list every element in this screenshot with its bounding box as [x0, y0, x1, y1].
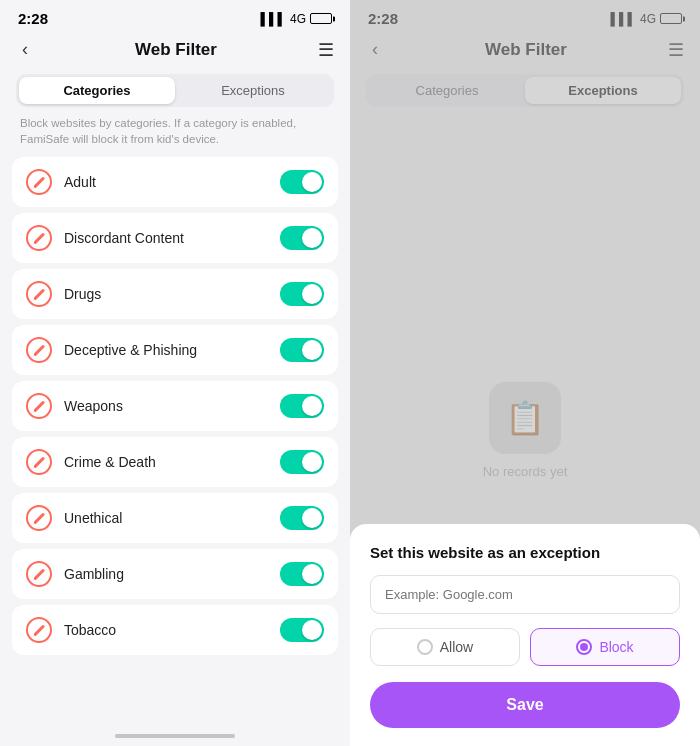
website-input[interactable] — [370, 575, 680, 614]
left-categories-list: AdultDiscordant ContentDrugsDeceptive & … — [0, 157, 350, 728]
block-option[interactable]: Block — [530, 628, 680, 666]
category-label: Deceptive & Phishing — [64, 342, 280, 358]
bottom-sheet: Set this website as an exception Allow B… — [350, 524, 700, 746]
block-icon — [26, 505, 52, 531]
left-status-bar: 2:28 ▌▌▌ 4G — [0, 0, 350, 31]
category-toggle[interactable] — [280, 562, 324, 586]
save-button[interactable]: Save — [370, 682, 680, 728]
category-item: Adult — [12, 157, 338, 207]
left-description: Block websites by categories. If a categ… — [0, 115, 350, 157]
network-type-label: 4G — [290, 12, 306, 26]
left-home-indicator — [115, 734, 235, 738]
battery-icon — [310, 13, 332, 24]
allow-option[interactable]: Allow — [370, 628, 520, 666]
category-label: Crime & Death — [64, 454, 280, 470]
category-label: Adult — [64, 174, 280, 190]
category-item: Crime & Death — [12, 437, 338, 487]
category-toggle[interactable] — [280, 282, 324, 306]
right-phone-panel: 2:28 ▌▌▌ 4G ‹ Web Filter ☰ Categories Ex… — [350, 0, 700, 746]
block-icon — [26, 337, 52, 363]
left-nav-bar: ‹ Web Filter ☰ — [0, 31, 350, 70]
category-toggle[interactable] — [280, 338, 324, 362]
category-item: Unethical — [12, 493, 338, 543]
category-label: Gambling — [64, 566, 280, 582]
left-tab-exceptions[interactable]: Exceptions — [175, 77, 331, 104]
category-item: Gambling — [12, 549, 338, 599]
bottom-sheet-title: Set this website as an exception — [370, 544, 680, 561]
category-item: Weapons — [12, 381, 338, 431]
category-item: Deceptive & Phishing — [12, 325, 338, 375]
category-toggle[interactable] — [280, 618, 324, 642]
category-item: Drugs — [12, 269, 338, 319]
category-toggle[interactable] — [280, 394, 324, 418]
block-icon — [26, 281, 52, 307]
category-toggle[interactable] — [280, 170, 324, 194]
block-icon — [26, 225, 52, 251]
block-icon — [26, 169, 52, 195]
category-label: Tobacco — [64, 622, 280, 638]
left-status-icons: ▌▌▌ 4G — [260, 12, 332, 26]
block-label: Block — [599, 639, 633, 655]
category-label: Discordant Content — [64, 230, 280, 246]
category-item: Tobacco — [12, 605, 338, 655]
left-status-time: 2:28 — [18, 10, 48, 27]
modal-overlay: Set this website as an exception Allow B… — [350, 0, 700, 746]
category-label: Unethical — [64, 510, 280, 526]
category-label: Weapons — [64, 398, 280, 414]
left-tab-bar: Categories Exceptions — [16, 74, 334, 107]
left-page-title: Web Filter — [135, 40, 217, 60]
exception-type-radio-group: Allow Block — [370, 628, 680, 666]
allow-radio-dot — [417, 639, 433, 655]
allow-label: Allow — [440, 639, 473, 655]
category-label: Drugs — [64, 286, 280, 302]
category-toggle[interactable] — [280, 450, 324, 474]
block-icon — [26, 393, 52, 419]
block-icon — [26, 561, 52, 587]
category-toggle[interactable] — [280, 506, 324, 530]
left-tab-categories[interactable]: Categories — [19, 77, 175, 104]
category-item: Discordant Content — [12, 213, 338, 263]
block-icon — [26, 449, 52, 475]
block-icon — [26, 617, 52, 643]
left-phone-panel: 2:28 ▌▌▌ 4G ‹ Web Filter ☰ Categories Ex… — [0, 0, 350, 746]
left-menu-button[interactable]: ☰ — [318, 39, 334, 61]
block-radio-dot — [576, 639, 592, 655]
signal-bars-icon: ▌▌▌ — [260, 12, 286, 26]
left-back-button[interactable]: ‹ — [16, 37, 34, 62]
category-toggle[interactable] — [280, 226, 324, 250]
